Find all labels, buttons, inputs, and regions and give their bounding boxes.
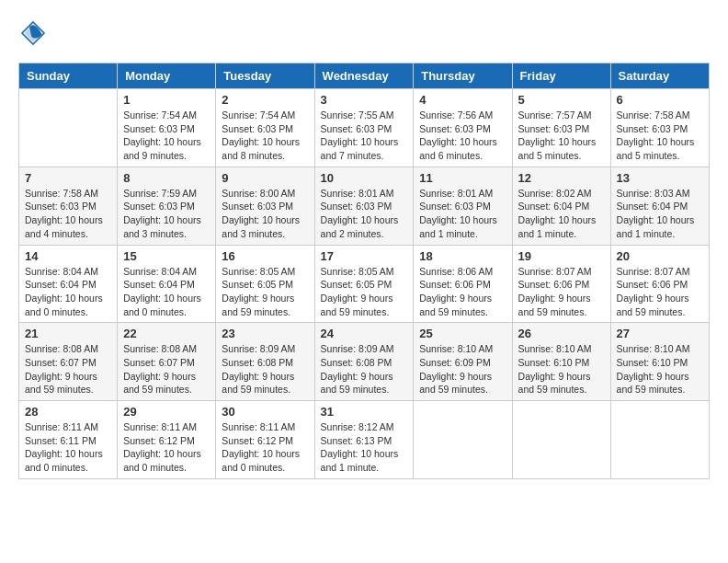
calendar-cell [512,401,610,479]
day-info: Sunrise: 8:06 AM Sunset: 6:06 PM Dayligh… [419,265,506,319]
day-number: 18 [419,249,506,263]
day-info: Sunrise: 8:01 AM Sunset: 6:03 PM Dayligh… [419,187,506,241]
calendar-cell [19,89,118,167]
day-info: Sunrise: 8:11 AM Sunset: 6:12 PM Dayligh… [222,420,308,475]
calendar-cell: 8Sunrise: 7:59 AM Sunset: 6:03 PM Daylig… [118,167,216,245]
calendar-cell: 4Sunrise: 7:56 AM Sunset: 6:03 PM Daylig… [414,89,512,167]
day-info: Sunrise: 8:05 AM Sunset: 6:05 PM Dayligh… [321,265,408,319]
calendar-cell: 20Sunrise: 8:07 AM Sunset: 6:06 PM Dayli… [610,245,709,323]
day-info: Sunrise: 8:00 AM Sunset: 6:03 PM Dayligh… [222,187,308,241]
calendar-cell: 14Sunrise: 8:04 AM Sunset: 6:04 PM Dayli… [19,245,118,323]
page-header [18,18,710,48]
day-number: 9 [222,171,308,185]
day-header-tuesday: Tuesday [216,63,314,89]
day-info: Sunrise: 8:08 AM Sunset: 6:07 PM Dayligh… [123,342,210,396]
calendar-cell: 11Sunrise: 8:01 AM Sunset: 6:03 PM Dayli… [414,167,512,245]
day-info: Sunrise: 8:09 AM Sunset: 6:08 PM Dayligh… [222,342,308,396]
calendar-cell: 27Sunrise: 8:10 AM Sunset: 6:10 PM Dayli… [610,323,709,401]
calendar-cell [414,401,512,479]
day-number: 10 [321,171,408,185]
day-info: Sunrise: 8:02 AM Sunset: 6:04 PM Dayligh… [518,187,605,241]
day-info: Sunrise: 7:58 AM Sunset: 6:03 PM Dayligh… [25,187,111,241]
day-info: Sunrise: 8:12 AM Sunset: 6:13 PM Dayligh… [321,420,408,475]
day-info: Sunrise: 8:04 AM Sunset: 6:04 PM Dayligh… [25,265,111,319]
day-info: Sunrise: 8:07 AM Sunset: 6:06 PM Dayligh… [617,265,703,319]
calendar-cell: 19Sunrise: 8:07 AM Sunset: 6:06 PM Dayli… [512,245,610,323]
calendar-cell: 18Sunrise: 8:06 AM Sunset: 6:06 PM Dayli… [414,245,512,323]
day-info: Sunrise: 8:09 AM Sunset: 6:08 PM Dayligh… [321,342,408,396]
day-info: Sunrise: 7:59 AM Sunset: 6:03 PM Dayligh… [123,187,210,241]
day-info: Sunrise: 7:58 AM Sunset: 6:03 PM Dayligh… [617,109,703,163]
day-number: 20 [617,249,703,263]
day-info: Sunrise: 8:07 AM Sunset: 6:06 PM Dayligh… [518,265,605,319]
calendar-cell: 16Sunrise: 8:05 AM Sunset: 6:05 PM Dayli… [216,245,314,323]
calendar-week-5: 28Sunrise: 8:11 AM Sunset: 6:11 PM Dayli… [19,401,710,479]
day-number: 13 [617,171,703,185]
day-header-thursday: Thursday [414,63,512,89]
day-number: 19 [518,249,605,263]
day-number: 23 [222,327,308,340]
day-info: Sunrise: 7:55 AM Sunset: 6:03 PM Dayligh… [321,109,408,163]
day-info: Sunrise: 8:05 AM Sunset: 6:05 PM Dayligh… [222,265,308,319]
calendar-week-2: 7Sunrise: 7:58 AM Sunset: 6:03 PM Daylig… [19,167,710,245]
day-number: 2 [222,93,308,107]
calendar-cell: 1Sunrise: 7:54 AM Sunset: 6:03 PM Daylig… [118,89,216,167]
day-number: 28 [25,405,111,419]
calendar-cell: 15Sunrise: 8:04 AM Sunset: 6:04 PM Dayli… [118,245,216,323]
day-info: Sunrise: 8:11 AM Sunset: 6:12 PM Dayligh… [123,420,210,475]
day-info: Sunrise: 8:10 AM Sunset: 6:09 PM Dayligh… [419,342,506,396]
day-header-sunday: Sunday [19,63,118,89]
day-number: 26 [518,327,605,340]
day-info: Sunrise: 7:54 AM Sunset: 6:03 PM Dayligh… [222,109,308,163]
day-number: 21 [25,327,111,340]
calendar-cell: 23Sunrise: 8:09 AM Sunset: 6:08 PM Dayli… [216,323,314,401]
day-number: 25 [419,327,506,340]
logo [18,18,51,48]
calendar-week-3: 14Sunrise: 8:04 AM Sunset: 6:04 PM Dayli… [19,245,710,323]
day-info: Sunrise: 8:10 AM Sunset: 6:10 PM Dayligh… [617,342,703,396]
day-header-monday: Monday [118,63,216,89]
day-number: 30 [222,405,308,419]
day-info: Sunrise: 8:10 AM Sunset: 6:10 PM Dayligh… [518,342,605,396]
day-info: Sunrise: 8:01 AM Sunset: 6:03 PM Dayligh… [321,187,408,241]
calendar-cell: 22Sunrise: 8:08 AM Sunset: 6:07 PM Dayli… [118,323,216,401]
day-info: Sunrise: 7:54 AM Sunset: 6:03 PM Dayligh… [123,109,210,163]
calendar-cell: 10Sunrise: 8:01 AM Sunset: 6:03 PM Dayli… [314,167,414,245]
calendar-cell [610,401,709,479]
day-info: Sunrise: 8:04 AM Sunset: 6:04 PM Dayligh… [123,265,210,319]
calendar-cell: 26Sunrise: 8:10 AM Sunset: 6:10 PM Dayli… [512,323,610,401]
calendar-cell: 29Sunrise: 8:11 AM Sunset: 6:12 PM Dayli… [118,401,216,479]
logo-icon [18,18,48,48]
day-number: 27 [617,327,703,340]
calendar-cell: 31Sunrise: 8:12 AM Sunset: 6:13 PM Dayli… [314,401,414,479]
calendar-cell: 7Sunrise: 7:58 AM Sunset: 6:03 PM Daylig… [19,167,118,245]
day-number: 5 [518,93,605,107]
calendar-cell: 24Sunrise: 8:09 AM Sunset: 6:08 PM Dayli… [314,323,414,401]
day-info: Sunrise: 7:57 AM Sunset: 6:03 PM Dayligh… [518,109,605,163]
calendar-cell: 2Sunrise: 7:54 AM Sunset: 6:03 PM Daylig… [216,89,314,167]
calendar-cell: 28Sunrise: 8:11 AM Sunset: 6:11 PM Dayli… [19,401,118,479]
calendar-cell: 21Sunrise: 8:08 AM Sunset: 6:07 PM Dayli… [19,323,118,401]
calendar-cell: 5Sunrise: 7:57 AM Sunset: 6:03 PM Daylig… [512,89,610,167]
day-info: Sunrise: 8:08 AM Sunset: 6:07 PM Dayligh… [25,342,111,396]
day-number: 16 [222,249,308,263]
day-number: 14 [25,249,111,263]
calendar-cell: 3Sunrise: 7:55 AM Sunset: 6:03 PM Daylig… [314,89,414,167]
day-number: 3 [321,93,408,107]
calendar-cell: 6Sunrise: 7:58 AM Sunset: 6:03 PM Daylig… [610,89,709,167]
day-info: Sunrise: 7:56 AM Sunset: 6:03 PM Dayligh… [419,109,506,163]
day-number: 11 [419,171,506,185]
day-info: Sunrise: 8:03 AM Sunset: 6:04 PM Dayligh… [617,187,703,241]
calendar-cell: 25Sunrise: 8:10 AM Sunset: 6:09 PM Dayli… [414,323,512,401]
calendar-table: SundayMondayTuesdayWednesdayThursdayFrid… [18,63,710,479]
calendar-week-1: 1Sunrise: 7:54 AM Sunset: 6:03 PM Daylig… [19,89,710,167]
day-header-wednesday: Wednesday [314,63,414,89]
calendar-week-4: 21Sunrise: 8:08 AM Sunset: 6:07 PM Dayli… [19,323,710,401]
day-number: 8 [123,171,210,185]
calendar-cell: 17Sunrise: 8:05 AM Sunset: 6:05 PM Dayli… [314,245,414,323]
day-header-friday: Friday [512,63,610,89]
day-number: 1 [123,93,210,107]
day-number: 29 [123,405,210,419]
day-number: 7 [25,171,111,185]
calendar-cell: 12Sunrise: 8:02 AM Sunset: 6:04 PM Dayli… [512,167,610,245]
